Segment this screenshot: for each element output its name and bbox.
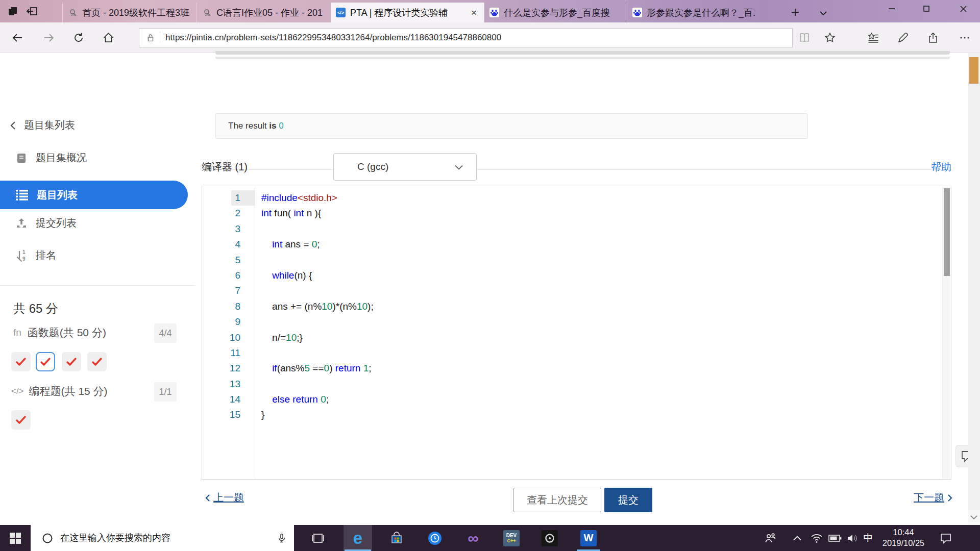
sidebar-item-ranking[interactable]: 19 排名 xyxy=(15,248,56,262)
edge-icon: e xyxy=(353,530,362,546)
chevron-down-icon xyxy=(455,165,463,170)
start-button[interactable] xyxy=(0,525,31,551)
ink-pen-icon[interactable] xyxy=(896,31,910,44)
problem-check-2-current[interactable] xyxy=(36,352,55,371)
output-value: 0 xyxy=(277,121,284,131)
close-button[interactable] xyxy=(950,0,976,17)
baidu-favicon xyxy=(489,8,499,17)
taskbar-search-input[interactable] xyxy=(59,532,271,544)
lock-icon xyxy=(145,32,156,43)
share-icon[interactable] xyxy=(926,31,940,44)
browser-tab[interactable]: C语言I作业05 - 作业 - 201 xyxy=(197,3,331,22)
sidebar-back-problem-sets[interactable]: 题目集列表 xyxy=(10,118,75,132)
microphone-icon[interactable] xyxy=(277,532,287,544)
check-icon xyxy=(15,414,27,426)
help-link[interactable]: 帮助 xyxy=(931,160,951,174)
problem-check-1[interactable] xyxy=(11,352,31,371)
taskbar-round-logo-app-button[interactable] xyxy=(536,525,564,551)
sidebar-back-label: 题目集列表 xyxy=(24,118,75,132)
sidebar-item-label: 题目列表 xyxy=(37,188,78,202)
reading-view-icon[interactable] xyxy=(797,31,812,44)
code-editor[interactable]: 123456789101112131415 #include<stdio.h>i… xyxy=(202,186,951,480)
course-site-favicon xyxy=(68,8,78,17)
browser-tab-active[interactable]: </> PTA | 程序设计类实验辅 × xyxy=(331,3,484,22)
wifi-icon xyxy=(811,533,823,543)
tab-preview-chevron-icon[interactable] xyxy=(817,7,830,19)
maximize-button[interactable] xyxy=(914,0,939,17)
prev-problem-link[interactable]: 上一题 xyxy=(205,491,244,505)
new-tab-icon[interactable] xyxy=(789,6,802,18)
fn-icon: fn xyxy=(13,327,21,338)
list-icon xyxy=(15,189,29,201)
ime-indicator[interactable]: 中 xyxy=(860,525,877,551)
taskbar-word-button[interactable]: W xyxy=(574,525,603,551)
svg-text:1: 1 xyxy=(22,249,26,255)
problem-check-5[interactable] xyxy=(11,410,31,430)
tab-title: PTA | 程序设计类实验辅 xyxy=(350,7,464,19)
home-icon[interactable] xyxy=(101,31,115,44)
page-scroll-thumb[interactable] xyxy=(969,57,978,84)
refresh-icon[interactable] xyxy=(71,31,86,44)
favorites-hub-icon[interactable] xyxy=(866,31,880,44)
problem-check-3[interactable] xyxy=(62,352,81,371)
taskbar-devcpp-button[interactable]: DEV C++ xyxy=(498,525,525,551)
editor-scrollbar[interactable] xyxy=(942,187,950,479)
taskbar-search-box[interactable] xyxy=(31,525,294,551)
tab-close-icon[interactable]: × xyxy=(469,7,479,18)
url-text: https://pintia.cn/problem-sets/118622995… xyxy=(165,33,501,43)
scroll-down-button[interactable] xyxy=(968,510,980,525)
favorite-star-icon[interactable] xyxy=(823,31,837,44)
forward-icon[interactable] xyxy=(42,31,56,44)
browser-tab[interactable]: 什么是实参与形参_百度搜 xyxy=(484,3,627,22)
taskbar-store-button[interactable] xyxy=(383,525,410,551)
taskbar-clock[interactable]: 10:44 2019/10/25 xyxy=(875,527,932,548)
people-button[interactable] xyxy=(758,525,782,551)
editor-code[interactable]: #include<stdio.h>int fun( int n ){ int a… xyxy=(261,190,941,423)
task-view-icon xyxy=(312,533,324,543)
set-tabs-aside-icon[interactable] xyxy=(26,5,39,17)
compiler-select[interactable]: C (gcc) xyxy=(333,153,477,181)
back-icon[interactable] xyxy=(10,31,24,44)
output-bold: is xyxy=(269,121,276,131)
browser-address-bar: https://pintia.cn/problem-sets/118622995… xyxy=(0,22,980,53)
wifi-button[interactable] xyxy=(807,525,826,551)
taskbar-visual-studio-button[interactable]: ∞ xyxy=(459,525,487,551)
book-icon xyxy=(15,153,28,164)
chevron-left-icon xyxy=(205,494,210,502)
section-label: 编程题(共 15 分) xyxy=(29,384,108,398)
sidebar-item-problem-list[interactable]: 题目列表 xyxy=(0,181,188,209)
check-icon xyxy=(15,356,27,368)
browser-tab[interactable]: 首页 - 2019级软件工程3班 xyxy=(62,3,197,22)
pta-favicon: </> xyxy=(336,8,346,17)
sidebar-item-submissions[interactable]: 提交列表 xyxy=(15,216,77,230)
action-center-button[interactable] xyxy=(935,525,957,551)
output-prefix: The result xyxy=(228,121,269,131)
task-view-button[interactable] xyxy=(304,525,332,551)
taskbar-clock-app-button[interactable] xyxy=(421,525,449,551)
problem-check-4[interactable] xyxy=(87,352,107,371)
editor-scroll-thumb[interactable] xyxy=(944,188,950,276)
url-field[interactable]: https://pintia.cn/problem-sets/118622995… xyxy=(139,28,793,47)
next-problem-link[interactable]: 下一题 xyxy=(914,491,952,505)
minimize-button[interactable] xyxy=(879,0,904,17)
tab-title: 什么是实参与形参_百度搜 xyxy=(504,7,622,19)
battery-icon xyxy=(828,534,842,542)
submit-button[interactable]: 提交 xyxy=(604,488,652,512)
taskbar-edge-button[interactable]: e xyxy=(344,525,372,551)
prev-problem-label: 上一题 xyxy=(213,491,244,505)
baidu-favicon xyxy=(632,8,642,17)
section-label: 函数题(共 50 分) xyxy=(28,325,106,340)
more-menu-icon[interactable] xyxy=(958,31,972,44)
check-icon xyxy=(65,356,78,368)
view-last-submission-button[interactable]: 查看上次提交 xyxy=(513,488,601,512)
scrolled-content-edge xyxy=(215,51,950,55)
windows-taskbar: e ∞ DEV C++ W xyxy=(0,525,980,551)
browser-tab[interactable]: 形参跟实参是什么啊？_百. xyxy=(627,3,770,22)
clock-date: 2019/10/25 xyxy=(875,538,932,548)
tabs-set-aside-list-icon[interactable] xyxy=(6,5,19,17)
function-problems-section: fn 函数题(共 50 分) xyxy=(13,325,106,340)
chevron-down-icon xyxy=(970,515,977,520)
tray-expand-button[interactable] xyxy=(788,525,806,551)
sidebar-item-overview[interactable]: 题目集概况 xyxy=(15,151,87,165)
page-scrollbar[interactable] xyxy=(968,53,980,525)
